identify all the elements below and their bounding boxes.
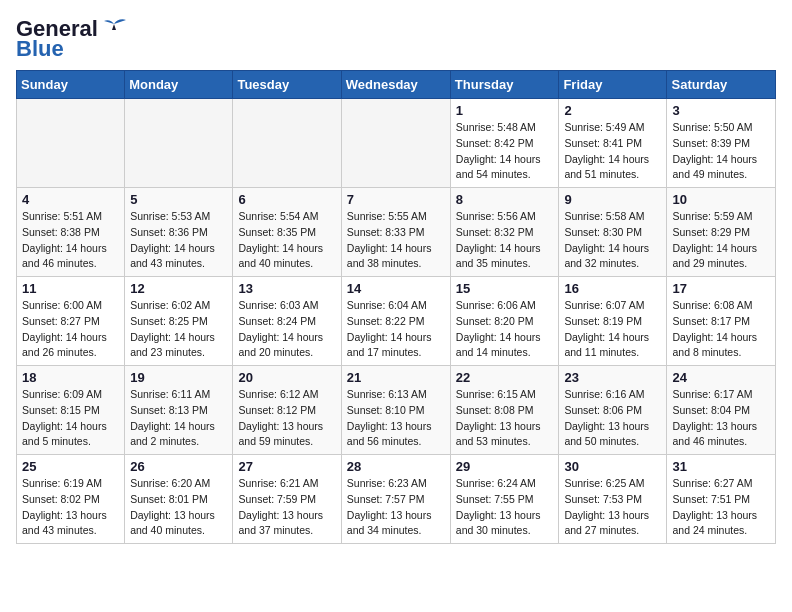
weekday-header-wednesday: Wednesday (341, 71, 450, 99)
calendar-cell: 7Sunrise: 5:55 AMSunset: 8:33 PMDaylight… (341, 188, 450, 277)
day-sun-info: Sunrise: 5:55 AMSunset: 8:33 PMDaylight:… (347, 209, 445, 272)
calendar-cell: 10Sunrise: 5:59 AMSunset: 8:29 PMDayligh… (667, 188, 776, 277)
day-number: 9 (564, 192, 661, 207)
weekday-header-tuesday: Tuesday (233, 71, 341, 99)
day-sun-info: Sunrise: 6:02 AMSunset: 8:25 PMDaylight:… (130, 298, 227, 361)
day-number: 1 (456, 103, 554, 118)
logo-bird-icon (100, 16, 128, 38)
day-number: 8 (456, 192, 554, 207)
day-number: 28 (347, 459, 445, 474)
calendar-cell (125, 99, 233, 188)
day-sun-info: Sunrise: 5:56 AMSunset: 8:32 PMDaylight:… (456, 209, 554, 272)
calendar-cell: 11Sunrise: 6:00 AMSunset: 8:27 PMDayligh… (17, 277, 125, 366)
day-sun-info: Sunrise: 6:09 AMSunset: 8:15 PMDaylight:… (22, 387, 119, 450)
calendar-header-row: SundayMondayTuesdayWednesdayThursdayFrid… (17, 71, 776, 99)
day-number: 13 (238, 281, 335, 296)
day-sun-info: Sunrise: 5:54 AMSunset: 8:35 PMDaylight:… (238, 209, 335, 272)
calendar-cell: 12Sunrise: 6:02 AMSunset: 8:25 PMDayligh… (125, 277, 233, 366)
day-sun-info: Sunrise: 6:20 AMSunset: 8:01 PMDaylight:… (130, 476, 227, 539)
day-sun-info: Sunrise: 6:16 AMSunset: 8:06 PMDaylight:… (564, 387, 661, 450)
calendar-cell: 19Sunrise: 6:11 AMSunset: 8:13 PMDayligh… (125, 366, 233, 455)
day-number: 31 (672, 459, 770, 474)
calendar-cell: 20Sunrise: 6:12 AMSunset: 8:12 PMDayligh… (233, 366, 341, 455)
calendar-cell: 9Sunrise: 5:58 AMSunset: 8:30 PMDaylight… (559, 188, 667, 277)
day-sun-info: Sunrise: 5:51 AMSunset: 8:38 PMDaylight:… (22, 209, 119, 272)
day-number: 4 (22, 192, 119, 207)
day-sun-info: Sunrise: 6:11 AMSunset: 8:13 PMDaylight:… (130, 387, 227, 450)
day-number: 19 (130, 370, 227, 385)
day-number: 23 (564, 370, 661, 385)
calendar-week-row: 4Sunrise: 5:51 AMSunset: 8:38 PMDaylight… (17, 188, 776, 277)
calendar-cell: 28Sunrise: 6:23 AMSunset: 7:57 PMDayligh… (341, 455, 450, 544)
calendar-cell: 21Sunrise: 6:13 AMSunset: 8:10 PMDayligh… (341, 366, 450, 455)
calendar-cell: 8Sunrise: 5:56 AMSunset: 8:32 PMDaylight… (450, 188, 559, 277)
day-number: 27 (238, 459, 335, 474)
logo-blue: Blue (16, 36, 64, 62)
logo: General Blue (16, 16, 128, 62)
day-sun-info: Sunrise: 5:49 AMSunset: 8:41 PMDaylight:… (564, 120, 661, 183)
calendar-cell: 5Sunrise: 5:53 AMSunset: 8:36 PMDaylight… (125, 188, 233, 277)
calendar-cell: 30Sunrise: 6:25 AMSunset: 7:53 PMDayligh… (559, 455, 667, 544)
calendar-cell: 26Sunrise: 6:20 AMSunset: 8:01 PMDayligh… (125, 455, 233, 544)
day-sun-info: Sunrise: 6:19 AMSunset: 8:02 PMDaylight:… (22, 476, 119, 539)
weekday-header-monday: Monday (125, 71, 233, 99)
day-sun-info: Sunrise: 6:06 AMSunset: 8:20 PMDaylight:… (456, 298, 554, 361)
calendar-cell: 3Sunrise: 5:50 AMSunset: 8:39 PMDaylight… (667, 99, 776, 188)
calendar-cell: 16Sunrise: 6:07 AMSunset: 8:19 PMDayligh… (559, 277, 667, 366)
day-sun-info: Sunrise: 6:08 AMSunset: 8:17 PMDaylight:… (672, 298, 770, 361)
day-number: 5 (130, 192, 227, 207)
day-number: 6 (238, 192, 335, 207)
day-sun-info: Sunrise: 5:53 AMSunset: 8:36 PMDaylight:… (130, 209, 227, 272)
calendar-cell (233, 99, 341, 188)
day-number: 15 (456, 281, 554, 296)
day-sun-info: Sunrise: 6:24 AMSunset: 7:55 PMDaylight:… (456, 476, 554, 539)
calendar-cell: 22Sunrise: 6:15 AMSunset: 8:08 PMDayligh… (450, 366, 559, 455)
day-sun-info: Sunrise: 6:17 AMSunset: 8:04 PMDaylight:… (672, 387, 770, 450)
day-sun-info: Sunrise: 5:58 AMSunset: 8:30 PMDaylight:… (564, 209, 661, 272)
calendar-cell: 23Sunrise: 6:16 AMSunset: 8:06 PMDayligh… (559, 366, 667, 455)
day-number: 12 (130, 281, 227, 296)
day-number: 24 (672, 370, 770, 385)
day-number: 2 (564, 103, 661, 118)
day-sun-info: Sunrise: 6:23 AMSunset: 7:57 PMDaylight:… (347, 476, 445, 539)
calendar-week-row: 11Sunrise: 6:00 AMSunset: 8:27 PMDayligh… (17, 277, 776, 366)
calendar-cell: 1Sunrise: 5:48 AMSunset: 8:42 PMDaylight… (450, 99, 559, 188)
day-number: 30 (564, 459, 661, 474)
day-sun-info: Sunrise: 6:00 AMSunset: 8:27 PMDaylight:… (22, 298, 119, 361)
day-sun-info: Sunrise: 6:21 AMSunset: 7:59 PMDaylight:… (238, 476, 335, 539)
day-number: 18 (22, 370, 119, 385)
calendar-cell: 14Sunrise: 6:04 AMSunset: 8:22 PMDayligh… (341, 277, 450, 366)
day-sun-info: Sunrise: 6:07 AMSunset: 8:19 PMDaylight:… (564, 298, 661, 361)
day-number: 22 (456, 370, 554, 385)
day-number: 16 (564, 281, 661, 296)
calendar-week-row: 25Sunrise: 6:19 AMSunset: 8:02 PMDayligh… (17, 455, 776, 544)
day-sun-info: Sunrise: 6:03 AMSunset: 8:24 PMDaylight:… (238, 298, 335, 361)
day-sun-info: Sunrise: 6:27 AMSunset: 7:51 PMDaylight:… (672, 476, 770, 539)
calendar-cell: 24Sunrise: 6:17 AMSunset: 8:04 PMDayligh… (667, 366, 776, 455)
day-number: 21 (347, 370, 445, 385)
page-header: General Blue (16, 16, 776, 62)
day-number: 29 (456, 459, 554, 474)
day-number: 10 (672, 192, 770, 207)
day-sun-info: Sunrise: 6:15 AMSunset: 8:08 PMDaylight:… (456, 387, 554, 450)
day-number: 17 (672, 281, 770, 296)
calendar-week-row: 1Sunrise: 5:48 AMSunset: 8:42 PMDaylight… (17, 99, 776, 188)
calendar-cell: 2Sunrise: 5:49 AMSunset: 8:41 PMDaylight… (559, 99, 667, 188)
calendar-cell (17, 99, 125, 188)
day-number: 7 (347, 192, 445, 207)
day-number: 20 (238, 370, 335, 385)
day-sun-info: Sunrise: 6:12 AMSunset: 8:12 PMDaylight:… (238, 387, 335, 450)
calendar-cell: 17Sunrise: 6:08 AMSunset: 8:17 PMDayligh… (667, 277, 776, 366)
calendar-cell: 15Sunrise: 6:06 AMSunset: 8:20 PMDayligh… (450, 277, 559, 366)
calendar-cell: 18Sunrise: 6:09 AMSunset: 8:15 PMDayligh… (17, 366, 125, 455)
day-sun-info: Sunrise: 6:13 AMSunset: 8:10 PMDaylight:… (347, 387, 445, 450)
weekday-header-sunday: Sunday (17, 71, 125, 99)
day-number: 14 (347, 281, 445, 296)
calendar-cell: 13Sunrise: 6:03 AMSunset: 8:24 PMDayligh… (233, 277, 341, 366)
calendar-table: SundayMondayTuesdayWednesdayThursdayFrid… (16, 70, 776, 544)
day-number: 3 (672, 103, 770, 118)
calendar-cell: 31Sunrise: 6:27 AMSunset: 7:51 PMDayligh… (667, 455, 776, 544)
calendar-cell: 25Sunrise: 6:19 AMSunset: 8:02 PMDayligh… (17, 455, 125, 544)
day-sun-info: Sunrise: 5:50 AMSunset: 8:39 PMDaylight:… (672, 120, 770, 183)
weekday-header-friday: Friday (559, 71, 667, 99)
